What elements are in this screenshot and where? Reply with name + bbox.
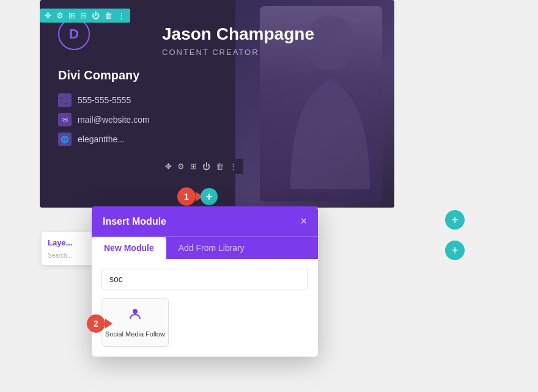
social-media-follow-label: Social Media Follow	[105, 330, 165, 338]
inner-move-icon[interactable]: ✥	[165, 162, 172, 171]
tab-add-from-library[interactable]: Add From Library	[166, 237, 257, 259]
card-company: Divi Company	[58, 68, 376, 82]
more-icon[interactable]: ⋮	[117, 11, 125, 20]
power-icon[interactable]: ⏻	[92, 11, 100, 20]
add-module-button[interactable]: +	[201, 188, 218, 205]
card-phone: 📞 555-555-5555	[58, 93, 376, 107]
inner-delete-icon[interactable]: 🗑	[216, 162, 224, 171]
inner-duplicate-icon[interactable]: ⊞	[190, 162, 197, 171]
settings-icon[interactable]: ⚙	[56, 11, 64, 20]
step-1-circle: 1	[177, 187, 196, 206]
layer-panel-search: Search...	[48, 252, 90, 259]
inner-toolbar: ✥ ⚙ ⊞ ⏻ 🗑 ⋮	[159, 159, 243, 174]
right-add-row-button-2[interactable]: +	[445, 241, 465, 260]
card-content: D Jason Champagne CONTENT CREATOR Divi C…	[40, 0, 394, 208]
layer-panel: Laye... Search...	[42, 232, 97, 265]
layer-panel-title: Laye...	[48, 238, 90, 247]
svg-point-1	[133, 309, 138, 314]
email-icon: ✉	[58, 113, 72, 126]
step-2-arrow	[105, 319, 112, 328]
module-search-input[interactable]	[101, 269, 308, 289]
card-logo: D	[58, 18, 90, 50]
step-1-badge: 1	[177, 187, 203, 206]
duplicate-icon[interactable]: ⊞	[68, 11, 75, 20]
modal-header: Insert Module ×	[92, 206, 318, 236]
insert-module-modal: Insert Module × New Module Add From Libr…	[92, 206, 318, 357]
module-grid: Social Media Follow	[101, 298, 308, 347]
top-toolbar: ✥ ⚙ ⊞ ⊟ ⏻ 🗑 ⋮	[40, 9, 130, 23]
modal-body: Social Media Follow	[92, 259, 318, 357]
step-2-circle: 2	[87, 314, 105, 333]
inner-settings-icon[interactable]: ⚙	[177, 162, 185, 171]
card-email: ✉ mail@website.com	[58, 113, 376, 126]
card-title: CONTENT CREATOR	[162, 48, 259, 57]
right-add-row-button-1[interactable]: +	[445, 210, 465, 230]
delete-icon[interactable]: 🗑	[105, 11, 112, 20]
card-name: Jason Champagne	[162, 24, 314, 44]
tab-new-module[interactable]: New Module	[92, 237, 166, 259]
card-contacts: 📞 555-555-5555 ✉ mail@website.com 🌐 eleg…	[58, 93, 376, 146]
inner-power-icon[interactable]: ⏻	[202, 162, 210, 171]
grid-icon[interactable]: ⊟	[80, 11, 87, 20]
web-icon: 🌐	[58, 132, 72, 146]
card-website: 🌐 elegantthe...	[58, 132, 376, 146]
move-icon[interactable]: ✥	[45, 11, 51, 20]
inner-more-icon[interactable]: ⋮	[229, 162, 237, 171]
modal-close-button[interactable]: ×	[300, 215, 307, 228]
card-background: D Jason Champagne CONTENT CREATOR Divi C…	[40, 0, 394, 208]
modal-title: Insert Module	[103, 216, 166, 227]
phone-icon: 📞	[58, 93, 72, 107]
step-2-badge: 2	[87, 314, 112, 333]
social-media-follow-icon	[128, 307, 142, 325]
modal-tabs: New Module Add From Library	[92, 236, 318, 259]
